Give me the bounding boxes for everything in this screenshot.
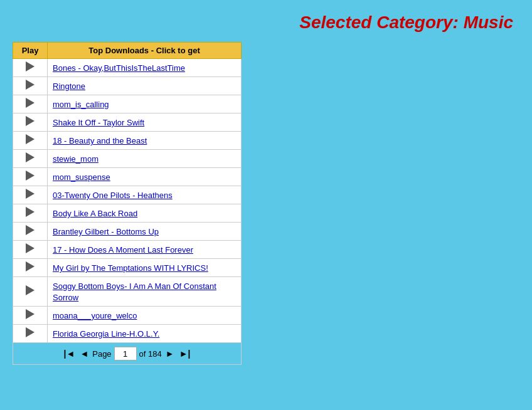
title-cell: Shake It Off - Taylor Swift xyxy=(48,113,242,132)
table-row: Bones - Okay,ButThisIsTheLastTime xyxy=(13,59,242,77)
download-link[interactable]: Soggy Bottom Boys- I Am A Man Of Constan… xyxy=(53,281,216,302)
title-cell: stewie_mom xyxy=(48,150,242,168)
play-cell xyxy=(13,325,48,343)
next-page-button[interactable]: ► xyxy=(164,349,176,359)
play-button[interactable] xyxy=(26,261,35,271)
col-header-downloads: Top Downloads - Click to get xyxy=(48,43,242,59)
download-link[interactable]: mom_is_calling xyxy=(53,100,109,109)
table-row: Florida Georgia Line-H.O.L.Y. xyxy=(13,325,242,343)
table-container: Play Top Downloads - Click to get Bones … xyxy=(13,42,242,365)
title-cell: mom_suspense xyxy=(48,168,242,186)
page-label: Page xyxy=(92,349,111,359)
table-row: 18 - Beauty and the Beast xyxy=(13,132,242,150)
prev-page-button[interactable]: ◄ xyxy=(78,349,90,359)
play-cell xyxy=(13,113,48,132)
title-area: Selected Category: Music xyxy=(6,6,526,42)
download-link[interactable]: Brantley Gilbert - Bottoms Up xyxy=(53,227,159,236)
play-button[interactable] xyxy=(26,285,35,295)
play-cell xyxy=(13,307,48,325)
table-row: Body Like A Back Road xyxy=(13,204,242,223)
download-link[interactable]: Ringtone xyxy=(53,81,85,91)
play-button[interactable] xyxy=(26,327,35,337)
download-link[interactable]: 17 - How Does A Moment Last Forever xyxy=(53,245,193,255)
page-container: Selected Category: Music Play Top Downlo… xyxy=(0,0,532,410)
table-row: mom_is_calling xyxy=(13,95,242,113)
download-link[interactable]: 18 - Beauty and the Beast xyxy=(53,136,147,145)
table-row: Shake It Off - Taylor Swift xyxy=(13,113,242,132)
table-row: Ringtone xyxy=(13,77,242,95)
title-cell: Florida Georgia Line-H.O.L.Y. xyxy=(48,325,242,343)
table-row: 17 - How Does A Moment Last Forever xyxy=(13,241,242,259)
play-cell xyxy=(13,59,48,77)
title-cell: Soggy Bottom Boys- I Am A Man Of Constan… xyxy=(48,277,242,307)
page-input[interactable] xyxy=(114,347,137,360)
title-cell: Ringtone xyxy=(48,77,242,95)
download-link[interactable]: stewie_mom xyxy=(53,154,98,164)
download-link[interactable]: moana___youre_welco xyxy=(53,311,137,320)
title-cell: 18 - Beauty and the Beast xyxy=(48,132,242,150)
download-link[interactable]: Bones - Okay,ButThisIsTheLastTime xyxy=(53,63,185,73)
table-row: mom_suspense xyxy=(13,168,242,186)
title-cell: mom_is_calling xyxy=(48,95,242,113)
table-row: Brantley Gilbert - Bottoms Up xyxy=(13,223,242,241)
play-button[interactable] xyxy=(26,61,35,71)
download-link[interactable]: 03-Twenty One Pilots - Heathens xyxy=(53,191,173,200)
play-button[interactable] xyxy=(26,189,35,199)
title-cell: My Girl by The Temptations WITH LYRICS! xyxy=(48,259,242,277)
play-cell xyxy=(13,77,48,95)
play-button[interactable] xyxy=(26,98,35,108)
play-cell xyxy=(13,186,48,204)
play-button[interactable] xyxy=(26,207,35,217)
table-row: moana___youre_welco xyxy=(13,307,242,325)
table-row: Soggy Bottom Boys- I Am A Man Of Constan… xyxy=(13,277,242,307)
play-cell xyxy=(13,204,48,223)
page-title: Selected Category: Music xyxy=(299,13,513,32)
title-cell: 03-Twenty One Pilots - Heathens xyxy=(48,186,242,204)
download-link[interactable]: My Girl by The Temptations WITH LYRICS! xyxy=(53,263,208,273)
download-link[interactable]: Body Like A Back Road xyxy=(53,209,137,218)
play-button[interactable] xyxy=(26,243,35,253)
play-cell xyxy=(13,150,48,168)
download-link[interactable]: mom_suspense xyxy=(53,172,110,182)
table-row: 03-Twenty One Pilots - Heathens xyxy=(13,186,242,204)
play-cell xyxy=(13,259,48,277)
col-header-play: Play xyxy=(13,43,48,59)
play-button[interactable] xyxy=(26,152,35,162)
pagination-bar: |◄ ◄ Page of 184 ► ►| xyxy=(13,343,242,365)
table-row: stewie_mom xyxy=(13,150,242,168)
play-cell xyxy=(13,132,48,150)
table-row: My Girl by The Temptations WITH LYRICS! xyxy=(13,259,242,277)
download-link[interactable]: Florida Georgia Line-H.O.L.Y. xyxy=(53,329,159,339)
play-button[interactable] xyxy=(26,80,35,90)
title-cell: 17 - How Does A Moment Last Forever xyxy=(48,241,242,259)
play-cell xyxy=(13,223,48,241)
first-page-button[interactable]: |◄ xyxy=(63,349,77,359)
play-button[interactable] xyxy=(26,225,35,235)
title-cell: Bones - Okay,ButThisIsTheLastTime xyxy=(48,59,242,77)
downloads-table: Play Top Downloads - Click to get Bones … xyxy=(13,42,242,343)
play-cell xyxy=(13,168,48,186)
play-button[interactable] xyxy=(26,116,35,126)
page-of-label: of 184 xyxy=(139,349,162,359)
title-cell: moana___youre_welco xyxy=(48,307,242,325)
play-button[interactable] xyxy=(26,171,35,181)
last-page-button[interactable]: ►| xyxy=(178,349,192,359)
download-link[interactable]: Shake It Off - Taylor Swift xyxy=(53,118,144,127)
play-button[interactable] xyxy=(26,134,35,144)
title-cell: Body Like A Back Road xyxy=(48,204,242,223)
title-cell: Brantley Gilbert - Bottoms Up xyxy=(48,223,242,241)
play-cell xyxy=(13,95,48,113)
play-cell xyxy=(13,241,48,259)
play-cell xyxy=(13,277,48,307)
play-button[interactable] xyxy=(26,309,35,319)
